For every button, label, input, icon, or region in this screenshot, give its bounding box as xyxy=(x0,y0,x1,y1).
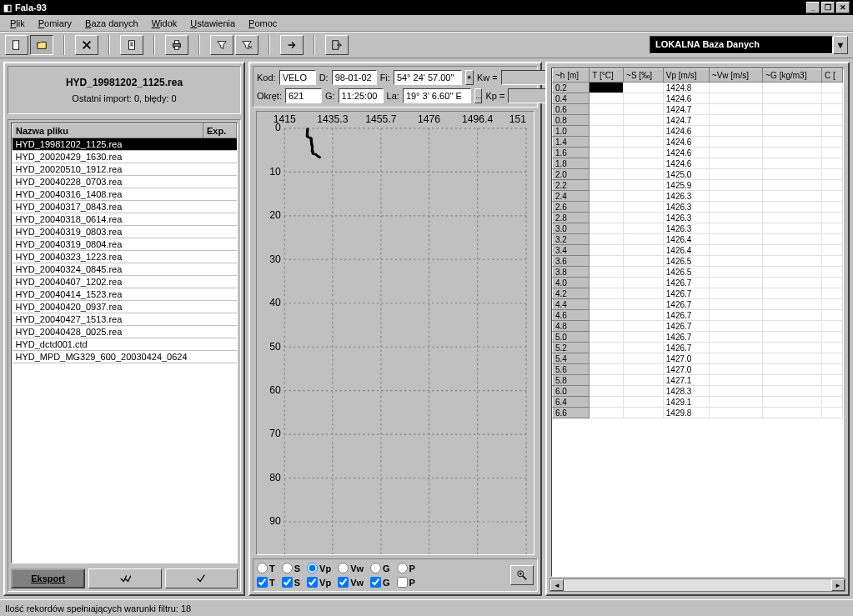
table-row[interactable]: 6.61429.8 xyxy=(553,408,843,418)
col-filename[interactable]: Nazwa pliku xyxy=(13,124,203,138)
file-row[interactable]: HYD_20040420_0937.rea xyxy=(13,301,237,313)
fi-button[interactable]: ✶ xyxy=(465,70,474,85)
table-row[interactable]: 2.41426.3 xyxy=(553,191,843,202)
accept-all-button[interactable] xyxy=(88,568,161,588)
file-row[interactable]: HYD_20040428_0025.rea xyxy=(13,326,237,338)
file-row[interactable]: HYD_20040407_1202.rea xyxy=(13,276,237,288)
table-row[interactable]: 1.61424.6 xyxy=(553,148,843,158)
data-table-scroll[interactable]: ~h [m]T [°C]~S [‰]Vp [m/s]~Vw [m/s]~G [k… xyxy=(551,68,844,577)
menu-plik[interactable]: Plik xyxy=(3,17,32,30)
table-row[interactable]: 0.41424.6 xyxy=(553,93,843,104)
check-G[interactable]: G xyxy=(370,577,390,588)
menu-widok[interactable]: Widok xyxy=(145,17,184,30)
horizontal-scrollbar[interactable]: ◄ ► xyxy=(549,578,845,592)
table-row[interactable]: 3.41426.4 xyxy=(553,245,843,256)
maximize-button[interactable]: ❐ xyxy=(821,2,835,13)
radio-S[interactable]: S xyxy=(282,563,300,573)
menu-pomiary[interactable]: Pomiary xyxy=(32,17,78,30)
check-Vp[interactable]: Vp xyxy=(307,577,331,588)
table-row[interactable]: 4.81426.7 xyxy=(553,321,843,332)
time-input[interactable] xyxy=(339,88,384,103)
fi-input[interactable] xyxy=(394,70,462,85)
profile-chart[interactable]: 14151435.31455.714761496.415101020304050… xyxy=(256,111,534,555)
check-Vw[interactable]: Vw xyxy=(338,577,364,588)
table-row[interactable]: 0.81424.7 xyxy=(553,115,843,126)
table-row[interactable]: 5.81427.1 xyxy=(553,375,843,386)
col-header[interactable]: Vp [m/s] xyxy=(663,69,709,83)
close-button[interactable]: ✕ xyxy=(836,2,850,13)
table-row[interactable]: 4.61426.7 xyxy=(553,310,843,321)
file-row[interactable]: HYD_20020429_1630.rea xyxy=(13,151,237,163)
file-row[interactable]: HYD_20040427_1513.rea xyxy=(13,313,237,326)
filter-clear-button[interactable] xyxy=(235,35,258,55)
print-button[interactable] xyxy=(165,35,188,55)
la-button[interactable]: ... xyxy=(474,88,483,103)
table-row[interactable]: 3.61426.5 xyxy=(553,256,843,267)
table-row[interactable]: 1.41424.6 xyxy=(553,137,843,148)
table-row[interactable]: 3.21426.4 xyxy=(553,234,843,245)
file-row[interactable]: HYD_dctd001.ctd xyxy=(13,338,237,351)
table-row[interactable]: 2.81426.3 xyxy=(553,213,843,223)
col-header[interactable]: ~Vw [m/s] xyxy=(709,69,762,83)
col-header[interactable]: ~S [‰] xyxy=(624,69,664,83)
menu-pomoc[interactable]: Pomoc xyxy=(242,17,283,30)
table-row[interactable]: 6.01428.3 xyxy=(553,386,843,397)
kw-input[interactable] xyxy=(501,70,546,85)
open-button[interactable] xyxy=(30,35,53,55)
file-row[interactable]: HYD_20040317_0843.rea xyxy=(13,201,237,213)
delete-button[interactable] xyxy=(75,35,98,55)
accept-button[interactable] xyxy=(165,568,238,588)
table-row[interactable]: 2.61426.3 xyxy=(553,202,843,213)
okret-input[interactable] xyxy=(285,88,322,103)
file-row[interactable]: HYD_20040319_0803.rea xyxy=(13,226,237,238)
table-row[interactable]: 2.21425.9 xyxy=(553,180,843,191)
scroll-right-button[interactable]: ► xyxy=(831,579,845,591)
table-row[interactable]: 5.61427.0 xyxy=(553,364,843,375)
table-row[interactable]: 4.21426.7 xyxy=(553,288,843,299)
file-row[interactable]: HYD_MPD_MG329_600_20030424_0624 xyxy=(13,351,237,363)
radio-T[interactable]: T xyxy=(257,563,275,573)
data-table[interactable]: ~h [m]T [°C]~S [‰]Vp [m/s]~Vw [m/s]~G [k… xyxy=(552,68,843,418)
file-row[interactable]: HYD_20040324_0845.rea xyxy=(13,263,237,276)
file-row[interactable]: HYD_20040414_1523.rea xyxy=(13,288,237,301)
minimize-button[interactable]: _ xyxy=(806,2,820,13)
table-row[interactable]: 3.81426.5 xyxy=(553,267,843,278)
file-row[interactable]: HYD_20040228_0703.rea xyxy=(13,176,237,188)
table-row[interactable]: 2.01425.0 xyxy=(553,169,843,180)
table-row[interactable]: 3.01426.3 xyxy=(553,223,843,234)
forward-button[interactable] xyxy=(280,35,304,55)
exit-button[interactable] xyxy=(325,35,349,55)
menu-baza-danych[interactable]: Baza danych xyxy=(78,17,145,30)
table-row[interactable]: 1.81424.6 xyxy=(553,158,843,169)
check-P[interactable]: P xyxy=(397,577,415,588)
file-list[interactable]: Nazwa pliku Exp. HYD_19981202_1125.reaHY… xyxy=(11,123,238,563)
col-exp[interactable]: Exp. xyxy=(203,124,237,138)
file-row[interactable]: HYD_20040316_1408.rea xyxy=(13,188,237,201)
table-row[interactable]: 0.21424.8 xyxy=(553,83,843,93)
check-S[interactable]: S xyxy=(282,577,300,588)
col-header[interactable]: C [ xyxy=(822,69,843,83)
col-header[interactable]: T [°C] xyxy=(590,69,624,83)
table-row[interactable]: 5.21426.7 xyxy=(553,343,843,353)
new-button[interactable] xyxy=(5,35,28,55)
col-header[interactable]: ~h [m] xyxy=(553,69,590,83)
database-selector[interactable]: LOKALNA Baza Danych ▼ xyxy=(650,36,848,54)
export-button[interactable]: Eksport xyxy=(11,568,85,588)
radio-G[interactable]: G xyxy=(370,563,390,573)
kod-input[interactable] xyxy=(279,70,316,85)
la-input[interactable] xyxy=(403,88,471,103)
table-row[interactable]: 0.61424.7 xyxy=(553,104,843,115)
radio-Vw[interactable]: Vw xyxy=(338,563,364,573)
radio-Vp[interactable]: Vp xyxy=(307,563,331,573)
radio-P[interactable]: P xyxy=(397,563,415,573)
menu-ustawienia[interactable]: Ustawienia xyxy=(183,17,242,30)
file-row[interactable]: HYD_20040323_1223.rea xyxy=(13,251,237,263)
file-row[interactable]: HYD_20020510_1912.rea xyxy=(13,163,237,176)
table-row[interactable]: 4.41426.7 xyxy=(553,299,843,310)
col-header[interactable]: ~G [kg/m3] xyxy=(763,69,822,83)
scroll-left-button[interactable]: ◄ xyxy=(550,579,564,591)
filter-button[interactable] xyxy=(210,35,233,55)
table-row[interactable]: 5.41427.0 xyxy=(553,353,843,364)
file-row[interactable]: HYD_19981202_1125.rea xyxy=(13,138,237,151)
table-row[interactable]: 5.01426.7 xyxy=(553,332,843,343)
